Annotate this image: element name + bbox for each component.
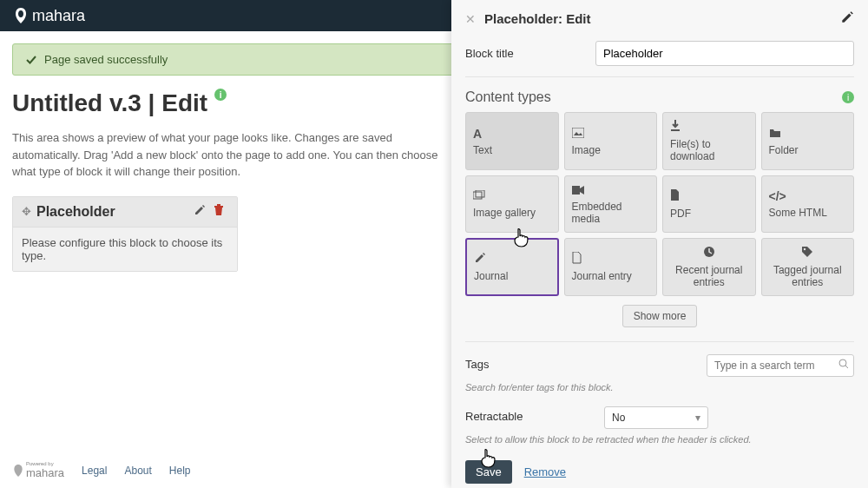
content-types-heading: Content types i [465, 89, 854, 105]
mahara-logo-icon [12, 464, 24, 478]
save-button[interactable]: Save [465, 460, 512, 484]
block-title-input[interactable] [595, 41, 854, 66]
image-icon [572, 127, 650, 141]
alert-text: Page saved successfully [44, 53, 168, 66]
remove-link[interactable]: Remove [524, 465, 566, 478]
svg-rect-2 [476, 190, 484, 197]
tile-html[interactable]: </>Some HTML [761, 175, 855, 233]
download-icon [670, 120, 748, 135]
tile-journal-entry[interactable]: Journal entry [564, 238, 658, 296]
placeholder-block: ✥ Placeholder Please configure this bloc… [12, 196, 238, 272]
edit-panel: ✕ Placeholder: Edit Block title Content … [451, 0, 868, 488]
tags-hint: Search for/enter tags for this block. [465, 382, 854, 392]
tile-embedded[interactable]: Embedded media [564, 175, 658, 233]
delete-block-icon[interactable] [209, 204, 228, 219]
tags-input[interactable] [707, 354, 854, 377]
footer-legal-link[interactable]: Legal [82, 465, 107, 477]
tile-gallery[interactable]: Image gallery [465, 175, 559, 233]
tags-label: Tags [465, 358, 489, 371]
svg-rect-3 [572, 186, 580, 195]
tile-pdf[interactable]: PDF [662, 175, 756, 233]
page-description: This area shows a preview of what your p… [12, 129, 446, 181]
gallery-icon [473, 189, 551, 203]
tile-text[interactable]: AText [465, 112, 559, 170]
edit-block-icon[interactable] [190, 204, 209, 219]
folder-icon [769, 127, 847, 141]
tags-block: Tags Search for/enter tags for this bloc… [465, 341, 854, 392]
svg-point-6 [839, 359, 846, 366]
panel-header: ✕ Placeholder: Edit [465, 10, 854, 27]
show-more-wrap: Show more [465, 305, 854, 327]
move-icon[interactable]: ✥ [22, 205, 31, 218]
retractable-label: Retractable [465, 410, 604, 423]
video-icon [572, 183, 650, 197]
text-icon: A [473, 127, 551, 141]
tile-image[interactable]: Image [564, 112, 658, 170]
footer-logo: Powered bymahara [12, 461, 64, 479]
code-icon: </> [769, 189, 847, 203]
clock-icon [703, 246, 715, 260]
block-body: Please configure this block to choose it… [13, 228, 237, 271]
info-icon[interactable]: i [842, 91, 854, 103]
svg-rect-0 [572, 128, 584, 138]
edit-icon[interactable] [840, 10, 854, 27]
retractable-block: Retractable No Select to allow this bloc… [465, 406, 854, 445]
tile-tagged-entries[interactable]: Tagged journal entries [761, 238, 855, 296]
retractable-hint: Select to allow this block to be retract… [465, 434, 854, 445]
search-icon[interactable] [838, 359, 849, 372]
brand-text: mahara [32, 7, 85, 25]
pencil-icon [474, 252, 550, 267]
retractable-select[interactable]: No [604, 406, 708, 429]
svg-point-5 [804, 248, 806, 250]
close-icon[interactable]: ✕ [465, 12, 476, 26]
tile-recent-entries[interactable]: Recent journal entries [662, 238, 756, 296]
panel-title: Placeholder: Edit [484, 11, 840, 26]
block-title-label: Block title [465, 47, 595, 60]
footer-about-link[interactable]: About [124, 465, 151, 477]
pdf-icon [670, 189, 748, 204]
mahara-logo-icon [13, 7, 29, 24]
block-header: ✥ Placeholder [13, 197, 237, 228]
block-title-row: Block title [465, 41, 854, 77]
content-type-grid: AText Image File(s) to download Folder I… [465, 112, 854, 296]
show-more-button[interactable]: Show more [622, 305, 698, 327]
tile-files[interactable]: File(s) to download [662, 112, 756, 170]
block-title: Placeholder [36, 204, 190, 220]
action-bar: Save Remove [465, 460, 854, 484]
info-icon[interactable]: i [214, 89, 227, 101]
tile-journal[interactable]: Journal [465, 238, 559, 296]
brand-logo[interactable]: mahara [13, 7, 85, 25]
footer-help-link[interactable]: Help [169, 465, 191, 477]
check-icon [25, 54, 37, 66]
footer: Powered bymahara Legal About Help [12, 461, 191, 479]
tag-icon [801, 246, 813, 260]
tile-folder[interactable]: Folder [761, 112, 855, 170]
svg-rect-1 [473, 192, 482, 199]
file-icon [572, 252, 650, 267]
